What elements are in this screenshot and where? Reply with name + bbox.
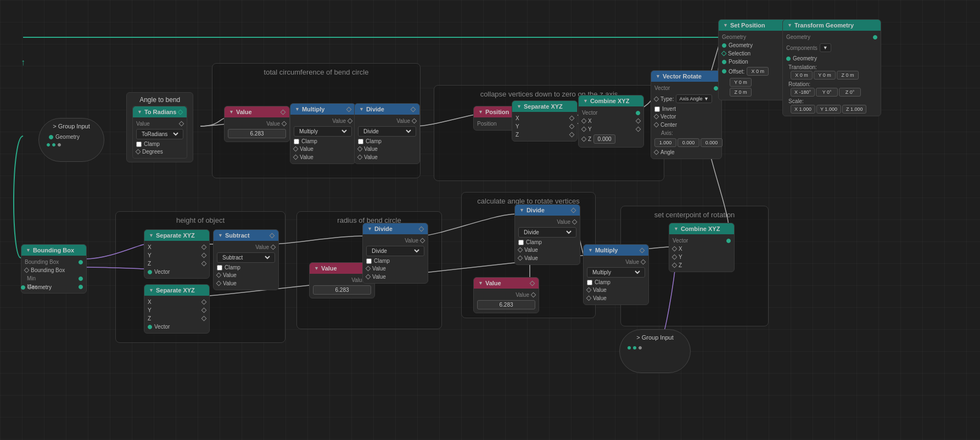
tg-scale-z[interactable]: Z 1.000 (842, 105, 867, 114)
to-radians-clamp[interactable]: Clamp (136, 140, 183, 148)
multiply-select[interactable]: Multiply (297, 128, 349, 135)
vr-invert[interactable]: Invert (654, 105, 718, 112)
to-radians-clamp-cb[interactable] (136, 142, 142, 147)
tg-trans-y[interactable]: Y 0 m (814, 71, 836, 80)
sep-xyz-2-y-label: Y (148, 252, 152, 258)
group-input-2[interactable]: > Group Input (619, 329, 691, 373)
multiply-center-header[interactable]: ▼ Multiply (584, 245, 648, 256)
divide-1-field[interactable]: Divide (358, 126, 416, 137)
sep-xyz-2-header[interactable]: ▼ Separate XYZ (144, 230, 209, 241)
subtract-clamp[interactable]: Clamp (217, 264, 275, 271)
divide-node-1[interactable]: ▼ Divide Value Divide Clamp Value Valu (354, 103, 420, 164)
vr-axis-y[interactable]: 0.000 (677, 138, 699, 147)
divide-1-clamp[interactable]: Clamp (358, 138, 416, 145)
transform-geo-header[interactable]: ▼ Transform Geometry (783, 20, 881, 31)
multiply-header[interactable]: ▼ Multiply (290, 104, 355, 115)
to-radians-field[interactable]: ToRadians (136, 129, 183, 139)
vr-invert-cb[interactable] (654, 106, 660, 112)
divide-angle-node[interactable]: ▼ Divide Value Divide Clamp Value Valu (514, 204, 580, 265)
multiply-node[interactable]: ▼ Multiply Value Multiply Clamp Value (290, 103, 356, 164)
vr-axis-x[interactable]: 1.000 (654, 138, 676, 147)
separate-xyz-1-node[interactable]: ▼ Separate XYZ X Y Z (512, 100, 578, 142)
to-radians-node[interactable]: ▼ To Radians Value ToRadians Clamp (132, 106, 187, 159)
tg-comp-field[interactable]: ▼ (820, 43, 831, 52)
vector-rotate-header[interactable]: ▼ Vector Rotate (651, 71, 721, 82)
vr-axis-z[interactable]: 0.000 (701, 138, 723, 147)
divide-angle-clamp[interactable]: Clamp (518, 239, 576, 246)
mc-clamp-cb[interactable] (587, 280, 592, 285)
combine-xyz-1-z-val[interactable]: 0.000 (593, 134, 615, 144)
subtract-clamp-cb[interactable] (217, 265, 222, 270)
mc-val-label: Value (625, 259, 639, 265)
subtract-header[interactable]: ▼ Subtract (214, 230, 278, 241)
divide-angle-field[interactable]: Divide (518, 227, 576, 238)
divide-1-clamp-cb[interactable] (358, 139, 363, 144)
divide-angle-clamp-cb[interactable] (518, 240, 524, 245)
angle-to-bend-node[interactable]: Angle to bend ▼ To Radians Value ToRadia… (126, 92, 193, 162)
mc-field[interactable]: Multiply (587, 267, 645, 278)
tg-trans-x[interactable]: X 0 m (791, 71, 813, 80)
combine-xyz-1-y-socket2 (636, 127, 641, 132)
set-pos-offset-x[interactable]: X 0 m (747, 67, 769, 76)
divide-radius-clamp-cb[interactable] (366, 258, 372, 264)
sep-xyz-3-x-row: X (148, 298, 206, 306)
tg-rot-z[interactable]: Z 0° (839, 88, 861, 97)
separate-xyz-1-header[interactable]: ▼ Separate XYZ (512, 101, 577, 112)
to-radians-degrees-socket (136, 149, 141, 155)
multiply-center-label: Multiply (595, 247, 618, 253)
multiply-field[interactable]: Multiply (294, 126, 352, 137)
value-pink-1-node[interactable]: ▼ Value Value 6.283 (224, 106, 290, 142)
multiply-clamp-cb[interactable] (294, 139, 299, 144)
combine-xyz-1-header[interactable]: ▼ Combine XYZ (579, 95, 643, 106)
vr-type-field[interactable]: Axis Angle ▼ (676, 94, 712, 103)
to-radians-select[interactable]: ToRadians (139, 131, 180, 138)
tg-geo-out-socket (873, 35, 877, 40)
tg-trans-z[interactable]: Z 0 m (837, 71, 859, 80)
tg-scale-y[interactable]: Y 1.000 (816, 105, 841, 114)
divide-1-header[interactable]: ▼ Divide (355, 104, 419, 115)
divide-radius-select[interactable]: Divide (369, 247, 421, 255)
value-angle-node[interactable]: ▼ Value Value 6.283 (473, 277, 539, 313)
divide-angle-header[interactable]: ▼ Divide (515, 205, 580, 216)
combine-xyz-1-z-socket (581, 137, 587, 142)
divide-radius-field[interactable]: Divide (366, 246, 424, 256)
vector-rotate-node[interactable]: ▼ Vector Rotate Vector Type: Axis Angle … (651, 70, 722, 159)
value-angle-display[interactable]: 6.283 (477, 300, 535, 309)
divide-angle-select[interactable]: Divide (522, 229, 573, 236)
combine-xyz-1-node[interactable]: ▼ Combine XYZ Vector X Y Z 0.000 (578, 95, 644, 148)
tg-rot-x[interactable]: X -180° (791, 88, 815, 97)
mc-select[interactable]: Multiply (590, 269, 642, 276)
separate-xyz-2-node[interactable]: ▼ Separate XYZ X Y Z Vector (144, 229, 210, 279)
geometry-label-row: Geometry (21, 284, 52, 290)
value-radius-display[interactable]: 6.283 (313, 285, 371, 295)
value-pink-1-display[interactable]: 6.283 (228, 129, 286, 138)
value-angle-header[interactable]: ▼ Value (474, 278, 539, 289)
divide-radius-node[interactable]: ▼ Divide Value Divide Clamp Value Valu (362, 223, 428, 284)
subtract-node[interactable]: ▼ Subtract Value Subtract Clamp Value (213, 229, 279, 290)
cxyz-c-vector-label: Vector (673, 238, 688, 244)
subtract-select[interactable]: Subtract (220, 254, 272, 261)
combine-xyz-1-z-label: Z (588, 136, 591, 142)
to-radians-header[interactable]: ▼ To Radians (133, 106, 187, 117)
divide-1-select[interactable]: Divide (361, 128, 413, 135)
tg-rot-y[interactable]: Y 0° (816, 88, 838, 97)
divide-radius-header[interactable]: ▼ Divide (363, 223, 428, 234)
sep-xyz-3-header[interactable]: ▼ Separate XYZ (144, 285, 209, 296)
combine-xyz-center-header[interactable]: ▼ Combine XYZ (669, 223, 734, 234)
set-pos-offset-z[interactable]: Z 0 m (730, 88, 752, 97)
multiply-clamp-label: Clamp (301, 138, 317, 144)
value-pink-1-header[interactable]: ▼ Value (225, 106, 289, 117)
multiply-center-node[interactable]: ▼ Multiply Value Multiply Clamp Value (583, 244, 649, 305)
set-pos-offset-y[interactable]: Y 0 m (730, 78, 752, 87)
transform-geometry-panel-node[interactable]: ▼ Transform Geometry Geometry Components… (782, 19, 881, 116)
combine-xyz-center-node[interactable]: ▼ Combine XYZ Vector X Y Z (669, 223, 735, 272)
subtract-field[interactable]: Subtract (217, 252, 275, 263)
tg-scale-x[interactable]: X 1.000 (791, 105, 815, 114)
divide-radius-clamp[interactable]: Clamp (366, 257, 424, 264)
sep-xyz-3-z-row: Z (148, 314, 206, 323)
multiply-clamp[interactable]: Clamp (294, 138, 352, 145)
separate-xyz-3-node[interactable]: ▼ Separate XYZ X Y Z Vector (144, 284, 210, 334)
group-input-1[interactable]: > Group Input Geometry (38, 118, 104, 162)
bounding-box-header[interactable]: ▼ Bounding Box (21, 245, 86, 256)
mc-clamp[interactable]: Clamp (587, 279, 645, 286)
